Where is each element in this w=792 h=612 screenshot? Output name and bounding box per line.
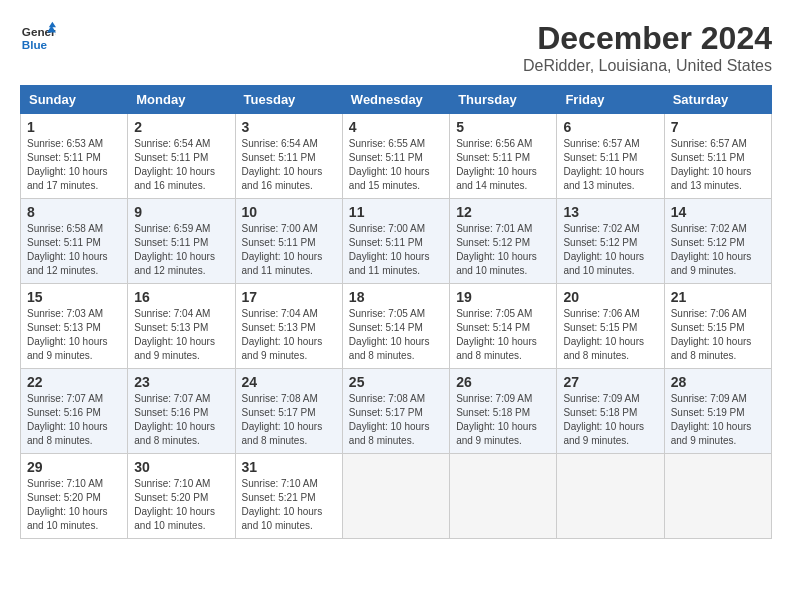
day-number: 10 <box>242 204 336 220</box>
day-number: 1 <box>27 119 121 135</box>
day-info: Sunrise: 7:06 AM Sunset: 5:15 PM Dayligh… <box>671 307 765 363</box>
calendar-cell: 26Sunrise: 7:09 AM Sunset: 5:18 PM Dayli… <box>450 369 557 454</box>
calendar-cell: 28Sunrise: 7:09 AM Sunset: 5:19 PM Dayli… <box>664 369 771 454</box>
day-info: Sunrise: 6:53 AM Sunset: 5:11 PM Dayligh… <box>27 137 121 193</box>
title-section: December 2024 DeRidder, Louisiana, Unite… <box>523 20 772 75</box>
weekday-header-thursday: Thursday <box>450 86 557 114</box>
day-info: Sunrise: 7:07 AM Sunset: 5:16 PM Dayligh… <box>27 392 121 448</box>
calendar-cell: 1Sunrise: 6:53 AM Sunset: 5:11 PM Daylig… <box>21 114 128 199</box>
calendar-cell <box>664 454 771 539</box>
calendar-cell: 3Sunrise: 6:54 AM Sunset: 5:11 PM Daylig… <box>235 114 342 199</box>
calendar-week-row: 15Sunrise: 7:03 AM Sunset: 5:13 PM Dayli… <box>21 284 772 369</box>
day-number: 15 <box>27 289 121 305</box>
weekday-header-friday: Friday <box>557 86 664 114</box>
calendar-cell: 4Sunrise: 6:55 AM Sunset: 5:11 PM Daylig… <box>342 114 449 199</box>
day-number: 24 <box>242 374 336 390</box>
main-title: December 2024 <box>523 20 772 57</box>
calendar-week-row: 1Sunrise: 6:53 AM Sunset: 5:11 PM Daylig… <box>21 114 772 199</box>
subtitle: DeRidder, Louisiana, United States <box>523 57 772 75</box>
calendar-cell: 23Sunrise: 7:07 AM Sunset: 5:16 PM Dayli… <box>128 369 235 454</box>
day-info: Sunrise: 7:07 AM Sunset: 5:16 PM Dayligh… <box>134 392 228 448</box>
day-info: Sunrise: 7:01 AM Sunset: 5:12 PM Dayligh… <box>456 222 550 278</box>
calendar-table: SundayMondayTuesdayWednesdayThursdayFrid… <box>20 85 772 539</box>
day-number: 12 <box>456 204 550 220</box>
day-info: Sunrise: 7:02 AM Sunset: 5:12 PM Dayligh… <box>671 222 765 278</box>
day-info: Sunrise: 6:54 AM Sunset: 5:11 PM Dayligh… <box>134 137 228 193</box>
day-info: Sunrise: 7:02 AM Sunset: 5:12 PM Dayligh… <box>563 222 657 278</box>
day-info: Sunrise: 6:58 AM Sunset: 5:11 PM Dayligh… <box>27 222 121 278</box>
day-info: Sunrise: 6:54 AM Sunset: 5:11 PM Dayligh… <box>242 137 336 193</box>
day-number: 5 <box>456 119 550 135</box>
day-number: 6 <box>563 119 657 135</box>
calendar-cell: 18Sunrise: 7:05 AM Sunset: 5:14 PM Dayli… <box>342 284 449 369</box>
day-info: Sunrise: 7:05 AM Sunset: 5:14 PM Dayligh… <box>456 307 550 363</box>
day-number: 28 <box>671 374 765 390</box>
calendar-cell: 17Sunrise: 7:04 AM Sunset: 5:13 PM Dayli… <box>235 284 342 369</box>
day-number: 20 <box>563 289 657 305</box>
day-number: 31 <box>242 459 336 475</box>
day-info: Sunrise: 7:10 AM Sunset: 5:20 PM Dayligh… <box>27 477 121 533</box>
calendar-cell: 2Sunrise: 6:54 AM Sunset: 5:11 PM Daylig… <box>128 114 235 199</box>
calendar-cell: 14Sunrise: 7:02 AM Sunset: 5:12 PM Dayli… <box>664 199 771 284</box>
day-info: Sunrise: 7:09 AM Sunset: 5:18 PM Dayligh… <box>563 392 657 448</box>
weekday-header-saturday: Saturday <box>664 86 771 114</box>
day-number: 23 <box>134 374 228 390</box>
page-header: General Blue December 2024 DeRidder, Lou… <box>20 20 772 75</box>
day-number: 3 <box>242 119 336 135</box>
day-info: Sunrise: 7:10 AM Sunset: 5:21 PM Dayligh… <box>242 477 336 533</box>
day-info: Sunrise: 7:04 AM Sunset: 5:13 PM Dayligh… <box>134 307 228 363</box>
day-number: 18 <box>349 289 443 305</box>
day-info: Sunrise: 7:08 AM Sunset: 5:17 PM Dayligh… <box>349 392 443 448</box>
calendar-cell: 8Sunrise: 6:58 AM Sunset: 5:11 PM Daylig… <box>21 199 128 284</box>
calendar-cell: 11Sunrise: 7:00 AM Sunset: 5:11 PM Dayli… <box>342 199 449 284</box>
day-number: 4 <box>349 119 443 135</box>
day-info: Sunrise: 6:55 AM Sunset: 5:11 PM Dayligh… <box>349 137 443 193</box>
day-info: Sunrise: 7:03 AM Sunset: 5:13 PM Dayligh… <box>27 307 121 363</box>
day-number: 19 <box>456 289 550 305</box>
day-info: Sunrise: 7:09 AM Sunset: 5:19 PM Dayligh… <box>671 392 765 448</box>
calendar-week-row: 22Sunrise: 7:07 AM Sunset: 5:16 PM Dayli… <box>21 369 772 454</box>
calendar-cell: 29Sunrise: 7:10 AM Sunset: 5:20 PM Dayli… <box>21 454 128 539</box>
day-info: Sunrise: 7:00 AM Sunset: 5:11 PM Dayligh… <box>349 222 443 278</box>
day-info: Sunrise: 6:57 AM Sunset: 5:11 PM Dayligh… <box>671 137 765 193</box>
day-info: Sunrise: 7:05 AM Sunset: 5:14 PM Dayligh… <box>349 307 443 363</box>
weekday-header-tuesday: Tuesday <box>235 86 342 114</box>
day-info: Sunrise: 6:59 AM Sunset: 5:11 PM Dayligh… <box>134 222 228 278</box>
calendar-week-row: 8Sunrise: 6:58 AM Sunset: 5:11 PM Daylig… <box>21 199 772 284</box>
calendar-cell: 13Sunrise: 7:02 AM Sunset: 5:12 PM Dayli… <box>557 199 664 284</box>
calendar-cell: 5Sunrise: 6:56 AM Sunset: 5:11 PM Daylig… <box>450 114 557 199</box>
day-number: 22 <box>27 374 121 390</box>
day-info: Sunrise: 7:00 AM Sunset: 5:11 PM Dayligh… <box>242 222 336 278</box>
weekday-header-sunday: Sunday <box>21 86 128 114</box>
day-number: 30 <box>134 459 228 475</box>
calendar-cell: 19Sunrise: 7:05 AM Sunset: 5:14 PM Dayli… <box>450 284 557 369</box>
calendar-cell <box>342 454 449 539</box>
calendar-cell: 10Sunrise: 7:00 AM Sunset: 5:11 PM Dayli… <box>235 199 342 284</box>
day-number: 26 <box>456 374 550 390</box>
weekday-header-monday: Monday <box>128 86 235 114</box>
calendar-cell: 31Sunrise: 7:10 AM Sunset: 5:21 PM Dayli… <box>235 454 342 539</box>
day-number: 17 <box>242 289 336 305</box>
day-info: Sunrise: 7:09 AM Sunset: 5:18 PM Dayligh… <box>456 392 550 448</box>
day-number: 29 <box>27 459 121 475</box>
day-number: 9 <box>134 204 228 220</box>
day-number: 16 <box>134 289 228 305</box>
calendar-cell <box>557 454 664 539</box>
logo: General Blue <box>20 20 56 56</box>
calendar-cell: 27Sunrise: 7:09 AM Sunset: 5:18 PM Dayli… <box>557 369 664 454</box>
calendar-cell: 25Sunrise: 7:08 AM Sunset: 5:17 PM Dayli… <box>342 369 449 454</box>
day-info: Sunrise: 6:57 AM Sunset: 5:11 PM Dayligh… <box>563 137 657 193</box>
calendar-cell: 12Sunrise: 7:01 AM Sunset: 5:12 PM Dayli… <box>450 199 557 284</box>
day-number: 25 <box>349 374 443 390</box>
day-info: Sunrise: 7:10 AM Sunset: 5:20 PM Dayligh… <box>134 477 228 533</box>
day-number: 11 <box>349 204 443 220</box>
day-number: 21 <box>671 289 765 305</box>
day-number: 27 <box>563 374 657 390</box>
calendar-cell: 24Sunrise: 7:08 AM Sunset: 5:17 PM Dayli… <box>235 369 342 454</box>
logo-icon: General Blue <box>20 20 56 56</box>
calendar-cell: 21Sunrise: 7:06 AM Sunset: 5:15 PM Dayli… <box>664 284 771 369</box>
weekday-header-wednesday: Wednesday <box>342 86 449 114</box>
calendar-cell: 30Sunrise: 7:10 AM Sunset: 5:20 PM Dayli… <box>128 454 235 539</box>
calendar-cell: 15Sunrise: 7:03 AM Sunset: 5:13 PM Dayli… <box>21 284 128 369</box>
day-number: 13 <box>563 204 657 220</box>
